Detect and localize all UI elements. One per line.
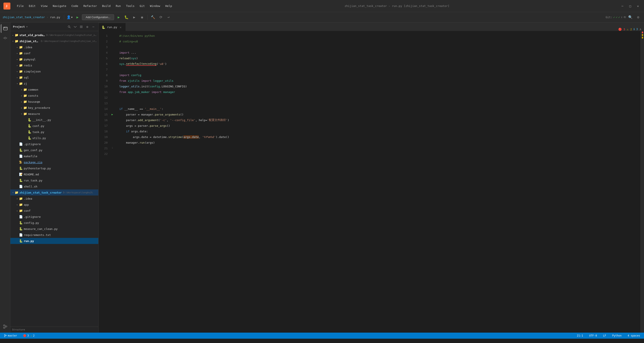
tree-item-zhijian-stat[interactable]: 📁 zhijian_stat D:\Workspace\longhu\longh… — [10, 38, 98, 44]
tree-item-pymysql[interactable]: 📁 pymysql — [10, 56, 98, 62]
activity-structure[interactable] — [1, 322, 10, 331]
menu-help[interactable]: Help — [163, 4, 174, 9]
menu-run[interactable]: Run — [114, 4, 123, 9]
collapse-all-icon[interactable] — [73, 25, 78, 29]
rebuild-button[interactable]: ⟳ — [158, 14, 164, 21]
menu-tools[interactable]: Tools — [124, 4, 136, 9]
tree-item-run-task[interactable]: 🐍 run_task.py — [10, 177, 98, 183]
maximize-button[interactable]: □ — [628, 4, 633, 9]
tree-item-consts[interactable]: 📁 consts — [10, 93, 98, 99]
tree-item-pythonstartup[interactable]: 🐍 pythonstartup.py — [10, 165, 98, 171]
tree-item-run-py[interactable]: 🐍 run.py — [10, 238, 98, 244]
folder-icon-consts: 📁 — [23, 94, 27, 98]
folder-icon-stat-old: 📁 — [15, 33, 18, 37]
tree-item-readme[interactable]: 📝 README.md — [10, 171, 98, 177]
locate-file-icon[interactable] — [67, 25, 72, 29]
git-arrow: ↑ — [621, 16, 622, 19]
menu-git[interactable]: Git — [138, 4, 147, 9]
tree-item-sql[interactable]: 📁 sql — [10, 74, 98, 81]
label-idea: .idea — [24, 46, 32, 49]
token-5-4: ) — [136, 57, 138, 60]
folder-icon-key-procedure: 📁 — [23, 106, 27, 110]
tree-item-conf2[interactable]: 📁 conf — [10, 208, 98, 214]
menu-code[interactable]: Code — [69, 4, 80, 9]
undo-button[interactable]: ↩ — [165, 14, 172, 21]
structure-label[interactable]: Structure — [12, 328, 25, 331]
gutter-15[interactable]: ▶ — [112, 112, 116, 117]
tree-item-shell[interactable]: 📄 shell.sh — [10, 183, 98, 189]
menu-window[interactable]: Window — [148, 4, 162, 9]
tree-item-init-py[interactable]: 🐍 __init__.py — [10, 117, 98, 123]
menu-navigate[interactable]: Navigate — [50, 4, 68, 9]
status-git-branch[interactable]: master — [2, 333, 18, 339]
run-marker-icon[interactable]: ▶ — [112, 113, 113, 116]
code-content[interactable]: #!/usr/bin/env python # coding=u8 import… — [116, 31, 640, 333]
tree-item-idea[interactable]: 📁 .idea — [10, 44, 98, 50]
tab-run-py[interactable]: 🐍 run.py ✕ — [98, 23, 126, 31]
tree-item-makefile[interactable]: 📄 makefile — [10, 153, 98, 159]
gear-icon[interactable]: ⚙ — [85, 25, 90, 29]
status-errors[interactable]: 🔴 3 ⚠ 2 — [22, 333, 36, 339]
tree-item-conf-py[interactable]: 🐍 conf.py — [10, 123, 98, 129]
tree-item-gitignore2[interactable]: 📄 .gitignore — [10, 214, 98, 220]
close-button[interactable]: ✕ — [635, 4, 640, 9]
status-indent[interactable]: 4 spaces — [626, 333, 642, 339]
tree-item-idea2[interactable]: 📁 .idea — [10, 195, 98, 202]
project-dropdown-icon[interactable]: ▾ — [26, 25, 28, 28]
tree-item-gen-conf[interactable]: 🐍 gen_conf.py — [10, 147, 98, 153]
search-everywhere-button[interactable]: 🔍 — [627, 14, 634, 21]
file-icon-utils-py: 🐍 — [28, 136, 32, 140]
chevron-up-icon[interactable]: ∧ — [640, 28, 642, 31]
tree-item-conf[interactable]: 📁 conf — [10, 50, 98, 56]
tree-item-key-procedure[interactable]: 📁 key_procedure — [10, 105, 98, 111]
status-line-col[interactable]: 21:1 — [576, 333, 584, 339]
menu-refactor[interactable]: Refactor — [81, 4, 99, 9]
menu-edit[interactable]: Edit — [26, 4, 38, 9]
status-warning-icon: ⚠ — [31, 334, 32, 337]
activity-commit[interactable] — [1, 34, 10, 42]
tree-item-package-zip[interactable]: 🗜 package.zip — [10, 159, 98, 165]
menu-file[interactable]: File — [15, 4, 26, 9]
tree-item-redis[interactable]: 📁 redis — [10, 62, 98, 68]
tree-item-gitignore[interactable]: 📄 .gitignore — [10, 141, 98, 147]
account-button[interactable]: 👤▾ — [66, 14, 73, 21]
code-line-14: if __name__ == '__main__' : — [116, 106, 640, 112]
status-line-sep[interactable]: LF — [602, 333, 607, 339]
minimize-sidebar-icon[interactable]: ─ — [91, 25, 96, 29]
expand-all-icon[interactable] — [79, 25, 84, 29]
minimize-button[interactable]: ─ — [620, 4, 625, 9]
tree-item-stat-old-product[interactable]: 📁 stat_old_product D:\Workspace\longhu\l… — [10, 32, 98, 38]
tree-item-requirements[interactable]: 📄 requirements.txt — [10, 232, 98, 238]
line-col-label: 21:1 — [577, 334, 583, 337]
tree-item-measure[interactable]: 📁 measure — [10, 111, 98, 117]
debug-button[interactable]: 🐛 — [123, 14, 130, 21]
add-configuration-button[interactable]: Add Configuration... — [82, 14, 114, 20]
vcs-button[interactable]: ▶ — [74, 14, 80, 21]
status-encoding[interactable]: UTF-8 — [588, 333, 598, 339]
tree-item-simplejson[interactable]: 📁 simplejson — [10, 68, 98, 74]
tree-item-common[interactable]: 📁 common — [10, 87, 98, 93]
run-button[interactable]: ▶ — [116, 14, 122, 21]
tree-item-creator-root[interactable]: 📁 zhijian_stat_task_creator D:\Workspace… — [10, 189, 98, 195]
tree-item-task-py[interactable]: 🐍 task.py — [10, 129, 98, 135]
tree-item-houseqm[interactable]: 📁 houseqm — [10, 99, 98, 105]
activity-project[interactable] — [1, 24, 10, 33]
tab-close-run-py[interactable]: ✕ — [119, 26, 122, 29]
settings-button[interactable]: ⚙ — [635, 14, 642, 21]
build-button[interactable]: 🔨 — [150, 14, 156, 21]
sidebar-content[interactable]: 📁 stat_old_product D:\Workspace\longhu\l… — [10, 31, 98, 326]
menu-view[interactable]: View — [39, 4, 50, 9]
tree-item-app[interactable]: 📁 app — [10, 202, 98, 208]
profile-button[interactable]: ◉ — [139, 14, 145, 21]
tree-item-zj[interactable]: 📁 zj — [10, 81, 98, 87]
code-line-15: parser = manager. parse_arguments () — [116, 112, 640, 117]
menu-build[interactable]: Build — [100, 4, 113, 9]
run-with-coverage-button[interactable]: ▶ — [131, 14, 138, 21]
status-file-type[interactable]: Python — [611, 333, 623, 339]
tree-item-config-py[interactable]: 🐍 config.py — [10, 220, 98, 226]
fold-marker-icon[interactable]: └ — [112, 147, 113, 149]
gutter-21[interactable]: └ — [112, 145, 116, 151]
token-10-2: .init( — [140, 85, 150, 88]
tree-item-measure-can-clean[interactable]: 🐍 measure_can_clean.py — [10, 226, 98, 232]
tree-item-utils-py[interactable]: 🐍 utils.py — [10, 135, 98, 141]
